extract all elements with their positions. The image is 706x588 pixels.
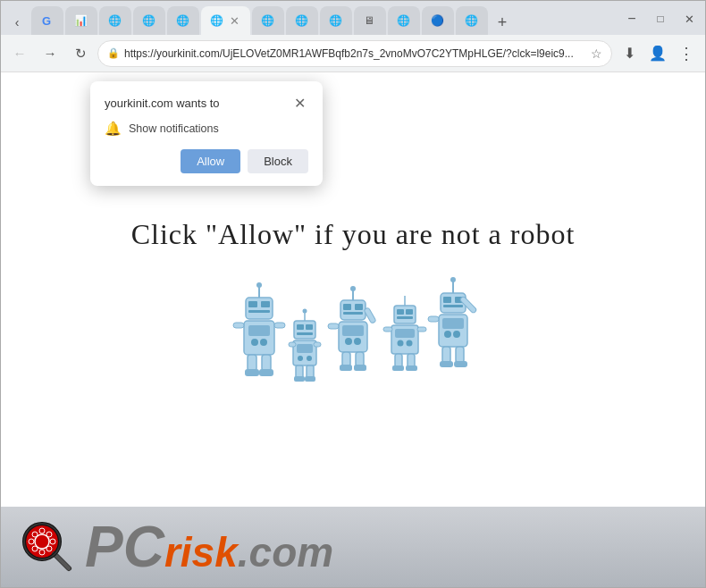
svg-rect-12: [248, 355, 256, 371]
svg-rect-13: [262, 355, 271, 371]
menu-button[interactable]: ⋮: [673, 40, 700, 67]
svg-rect-47: [354, 365, 366, 371]
captcha-text: Click "Allow" if you are not a robot: [131, 218, 576, 251]
tab-9[interactable]: 🌐: [320, 6, 352, 35]
svg-rect-31: [305, 376, 315, 382]
svg-rect-19: [297, 324, 304, 330]
svg-rect-45: [356, 352, 364, 366]
svg-rect-23: [297, 344, 313, 353]
popup-close-button[interactable]: ✕: [290, 94, 308, 112]
svg-rect-5: [248, 310, 270, 313]
svg-point-24: [298, 356, 303, 361]
svg-rect-20: [306, 324, 313, 330]
notification-row-text: Show notifications: [129, 122, 219, 135]
minimize-button[interactable]: −: [619, 6, 644, 31]
bookmark-star-icon[interactable]: ☆: [591, 46, 602, 61]
svg-rect-29: [307, 365, 314, 378]
tab-favicon-2: 📊: [74, 14, 87, 27]
new-tab-button[interactable]: +: [490, 10, 515, 35]
logo-pc-text: PC: [85, 518, 164, 575]
svg-rect-75: [442, 347, 450, 363]
pcrisk-logo-bar: PC risk.com: [1, 507, 705, 587]
svg-point-55: [398, 340, 404, 346]
svg-rect-77: [440, 361, 453, 367]
close-window-button[interactable]: ✕: [677, 6, 702, 31]
svg-rect-36: [355, 304, 363, 310]
svg-rect-59: [395, 354, 402, 367]
download-button[interactable]: ⬇: [616, 40, 643, 67]
tab-3[interactable]: 🌐: [99, 6, 131, 35]
svg-rect-27: [314, 342, 321, 347]
svg-rect-78: [454, 361, 467, 367]
tab-bar: ‹ G 📊 🌐 🌐 🌐 🌐 ✕ 🌐 🌐 🌐 🖥: [1, 1, 705, 35]
tab-favicon-5: 🌐: [176, 14, 189, 27]
svg-rect-18: [294, 321, 315, 339]
svg-point-17: [303, 308, 307, 313]
svg-rect-44: [342, 352, 350, 366]
svg-rect-51: [406, 309, 413, 315]
svg-rect-30: [294, 376, 305, 382]
back-button[interactable]: ←: [6, 40, 33, 67]
svg-rect-70: [442, 318, 464, 329]
profile-button[interactable]: 👤: [644, 40, 671, 67]
tab-10[interactable]: 🖥: [354, 6, 386, 35]
svg-point-56: [407, 340, 413, 346]
popup-title: yourkinit.com wants to: [105, 97, 220, 110]
tab-favicon-4: 🌐: [142, 14, 155, 27]
address-text: https://yourkinit.com/UjELOVetZ0MR1AWFBq…: [124, 47, 586, 60]
tab-13[interactable]: 🌐: [456, 6, 488, 35]
tab-active[interactable]: 🌐 ✕: [201, 6, 250, 35]
tab-favicon-9: 🌐: [329, 14, 341, 27]
svg-rect-15: [259, 369, 273, 376]
popup-header: yourkinit.com wants to ✕: [105, 94, 308, 112]
pcrisk-logo-text: PC risk.com: [85, 518, 333, 575]
tab-favicon-10: 🖥: [363, 14, 375, 27]
svg-point-81: [39, 528, 45, 533]
svg-rect-11: [274, 323, 285, 328]
svg-rect-26: [289, 342, 296, 347]
tab-close-active[interactable]: ✕: [227, 13, 241, 28]
reload-button[interactable]: ↻: [67, 40, 94, 67]
toolbar: ← → ↻ 🔒 https://yourkinit.com/UjELOVetZ0…: [1, 35, 705, 72]
svg-rect-50: [397, 309, 404, 315]
popup-notification-row: 🔔 Show notifications: [105, 121, 308, 137]
svg-rect-35: [343, 304, 351, 310]
tab-favicon-13: 🌐: [465, 14, 477, 27]
svg-point-25: [307, 356, 312, 361]
svg-rect-14: [245, 369, 259, 376]
tab-2[interactable]: 📊: [65, 6, 97, 35]
browser-window: ‹ G 📊 🌐 🌐 🌐 🌐 ✕ 🌐 🌐 🌐 🖥: [0, 0, 706, 588]
tab-12[interactable]: 🔵: [422, 6, 454, 35]
svg-rect-68: [443, 305, 463, 307]
svg-line-91: [55, 554, 69, 568]
tab-8[interactable]: 🌐: [286, 6, 318, 35]
back-tab-btn[interactable]: ‹: [4, 10, 29, 35]
svg-rect-52: [397, 316, 413, 319]
maximize-button[interactable]: □: [648, 6, 673, 31]
tab-11[interactable]: 🌐: [388, 6, 420, 35]
block-button[interactable]: Block: [248, 149, 308, 173]
svg-rect-60: [408, 354, 415, 367]
svg-rect-58: [417, 327, 426, 332]
svg-point-71: [444, 331, 451, 338]
svg-point-89: [35, 534, 49, 549]
tab-7[interactable]: 🌐: [252, 6, 284, 35]
svg-rect-57: [383, 327, 392, 332]
svg-rect-2: [246, 298, 273, 319]
allow-button[interactable]: Allow: [181, 149, 240, 173]
svg-rect-43: [328, 323, 339, 329]
forward-button[interactable]: →: [37, 40, 63, 67]
svg-point-82: [39, 550, 45, 555]
svg-point-84: [50, 539, 55, 544]
svg-rect-7: [248, 325, 270, 336]
tab-5[interactable]: 🌐: [167, 6, 199, 35]
address-bar[interactable]: 🔒 https://yourkinit.com/UjELOVetZ0MR1AWF…: [97, 40, 612, 67]
tab-4[interactable]: 🌐: [133, 6, 165, 35]
tab-1[interactable]: G: [31, 6, 63, 35]
svg-rect-37: [343, 312, 363, 315]
svg-rect-74: [428, 316, 439, 322]
page-content: yourkinit.com wants to ✕ 🔔 Show notifica…: [1, 72, 705, 587]
tab-favicon-12: 🔵: [431, 14, 443, 27]
svg-rect-46: [340, 365, 352, 371]
svg-rect-4: [261, 301, 270, 307]
